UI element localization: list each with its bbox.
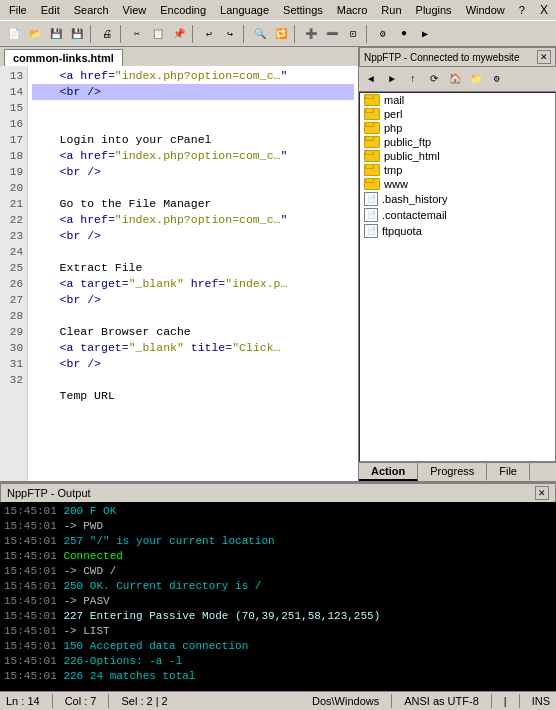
tb-print[interactable]: 🖨	[97, 24, 117, 44]
tb-replace[interactable]: 🔁	[271, 24, 291, 44]
ftp-item-tmp[interactable]: tmp	[360, 163, 555, 177]
menu-help[interactable]: ?	[514, 2, 530, 18]
ftp-up-btn[interactable]: ↑	[403, 69, 423, 89]
menu-encoding[interactable]: Encoding	[155, 2, 211, 18]
ftp-item-contactemail[interactable]: 📄 .contactemail	[360, 207, 555, 223]
toolbar-separator-3	[192, 25, 196, 43]
ftp-close-button[interactable]: ✕	[537, 50, 551, 64]
tb-copy[interactable]: 📋	[148, 24, 168, 44]
ftp-tab-file[interactable]: File	[487, 463, 530, 481]
ftp-item-label: .contactemail	[382, 209, 447, 221]
ftp-item-bash-history[interactable]: 📄 .bash_history	[360, 191, 555, 207]
status-ln: Ln : 14	[6, 695, 40, 707]
toolbar-separator-1	[90, 25, 94, 43]
tb-cut[interactable]: ✂	[127, 24, 147, 44]
menu-language[interactable]: Language	[215, 2, 274, 18]
ftp-item-mail[interactable]: mail	[360, 93, 555, 107]
ftp-item-public-ftp[interactable]: public_ftp	[360, 135, 555, 149]
ftp-settings-btn[interactable]: ⚙	[487, 69, 507, 89]
code-area: 13 14 15 16 17 18 19 20 21 22 23 24 25 2…	[0, 66, 358, 481]
menu-plugins[interactable]: Plugins	[411, 2, 457, 18]
line-numbers: 13 14 15 16 17 18 19 20 21 22 23 24 25 2…	[0, 66, 28, 481]
tb-undo[interactable]: ↩	[199, 24, 219, 44]
menu-settings[interactable]: Settings	[278, 2, 328, 18]
code-editor[interactable]: <a href="index.php?option=com_c…" <br />…	[28, 66, 358, 481]
menu-run[interactable]: Run	[376, 2, 406, 18]
output-close-button[interactable]: ✕	[535, 486, 549, 500]
tb-save-all[interactable]: 💾	[67, 24, 87, 44]
status-sep-2	[108, 694, 109, 708]
output-log: 15:45:01 200 F OK 15:45:01 -> PWD 15:45:…	[0, 502, 556, 691]
status-sep-3	[391, 694, 392, 708]
status-bar: Ln : 14 Col : 7 Sel : 2 | 2 Dos\Windows …	[0, 691, 556, 710]
folder-icon	[364, 136, 380, 148]
tb-paste[interactable]: 📌	[169, 24, 189, 44]
log-line: 15:45:01 227 Entering Passive Mode (70,3…	[4, 609, 552, 624]
close-button[interactable]: X	[536, 3, 552, 17]
folder-icon	[364, 94, 380, 106]
tb-run[interactable]: ▶	[415, 24, 435, 44]
folder-icon	[364, 122, 380, 134]
bottom-section: NppFTP - Output ✕ 15:45:01 200 F OK 15:4…	[0, 481, 556, 691]
main-area: common-links.html 13 14 15 16 17 18 19 2…	[0, 47, 556, 481]
ftp-toolbar: ◄ ► ↑ ⟳ 🏠 📁 ⚙	[359, 67, 556, 92]
status-sep-4	[491, 694, 492, 708]
menu-search[interactable]: Search	[69, 2, 114, 18]
status-charset: ANSI as UTF-8	[404, 695, 479, 707]
tb-zoom-out[interactable]: ➖	[322, 24, 342, 44]
log-line: 15:45:01 257 "/" is your current locatio…	[4, 534, 552, 549]
ftp-newfolder-btn[interactable]: 📁	[466, 69, 486, 89]
log-line: 15:45:01 -> PASV	[4, 594, 552, 609]
file-icon: 📄	[364, 224, 378, 238]
status-sel: Sel : 2 | 2	[121, 695, 167, 707]
ftp-item-public-html[interactable]: public_html	[360, 149, 555, 163]
menu-macro[interactable]: Macro	[332, 2, 373, 18]
menu-file[interactable]: File	[4, 2, 32, 18]
ftp-item-php[interactable]: php	[360, 121, 555, 135]
log-line: 15:45:01 226 24 matches total	[4, 669, 552, 684]
tb-sync[interactable]: ⚙	[373, 24, 393, 44]
tb-zoom-in[interactable]: ➕	[301, 24, 321, 44]
tb-open[interactable]: 📂	[25, 24, 45, 44]
tb-find[interactable]: 🔍	[250, 24, 270, 44]
tb-redo[interactable]: ↪	[220, 24, 240, 44]
file-icon: 📄	[364, 192, 378, 206]
ftp-tab-action[interactable]: Action	[359, 463, 418, 481]
ftp-item-label: .bash_history	[382, 193, 447, 205]
menu-view[interactable]: View	[118, 2, 152, 18]
log-line: 15:45:01 -> PWD	[4, 519, 552, 534]
menu-edit[interactable]: Edit	[36, 2, 65, 18]
ftp-tab-progress[interactable]: Progress	[418, 463, 487, 481]
editor-tab-common-links[interactable]: common-links.html	[4, 49, 123, 66]
status-sep-1	[52, 694, 53, 708]
tb-save[interactable]: 💾	[46, 24, 66, 44]
tb-macro[interactable]: ●	[394, 24, 414, 44]
ftp-item-label: mail	[384, 94, 404, 106]
ftp-refresh-btn[interactable]: ⟳	[424, 69, 444, 89]
ftp-pane: NppFTP - Connected to mywebsite ✕ ◄ ► ↑ …	[359, 47, 556, 481]
status-encoding: Dos\Windows	[312, 695, 379, 707]
tb-zoom-reset[interactable]: ⊡	[343, 24, 363, 44]
toolbar-separator-5	[294, 25, 298, 43]
log-line-connected: 15:45:01 Connected	[4, 549, 552, 564]
ftp-item-perl[interactable]: perl	[360, 107, 555, 121]
editor-tab-bar: common-links.html	[0, 47, 358, 66]
ftp-home-btn[interactable]: 🏠	[445, 69, 465, 89]
toolbar: 📄 📂 💾 💾 🖨 ✂ 📋 📌 ↩ ↪ 🔍 🔁 ➕ ➖ ⊡ ⚙ ● ▶	[0, 21, 556, 47]
ftp-item-ftpquota[interactable]: 📄 ftpquota	[360, 223, 555, 239]
menu-window[interactable]: Window	[461, 2, 510, 18]
tb-new[interactable]: 📄	[4, 24, 24, 44]
ftp-item-label: perl	[384, 108, 402, 120]
ftp-forward-btn[interactable]: ►	[382, 69, 402, 89]
ftp-item-label: public_ftp	[384, 136, 431, 148]
toolbar-separator-6	[366, 25, 370, 43]
ftp-back-btn[interactable]: ◄	[361, 69, 381, 89]
ftp-item-www[interactable]: www	[360, 177, 555, 191]
status-right: Dos\Windows ANSI as UTF-8 | INS	[312, 694, 550, 708]
folder-icon	[364, 108, 380, 120]
folder-icon	[364, 150, 380, 162]
ftp-item-label: tmp	[384, 164, 402, 176]
folder-icon	[364, 178, 380, 190]
ftp-file-tree: mail perl php public_ftp public_html tmp	[359, 92, 556, 462]
status-ins: INS	[532, 695, 550, 707]
